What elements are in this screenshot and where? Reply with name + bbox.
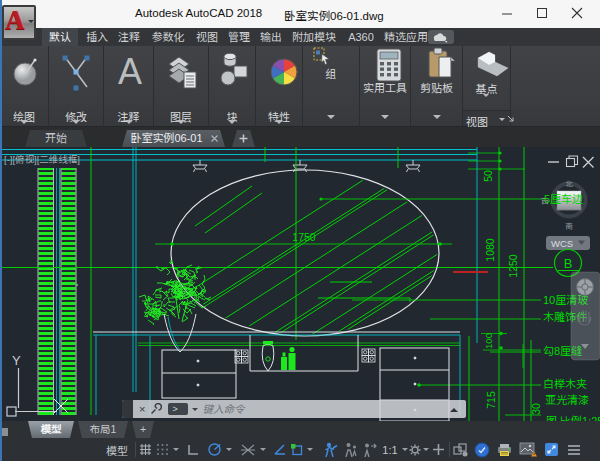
ribbon-panel-utilities[interactable]: 实用工具 bbox=[360, 46, 411, 126]
annotation-bevel: 5厘车边 bbox=[544, 193, 583, 205]
minimize-icon bbox=[501, 7, 513, 19]
status-bar: 模型 1:1 bbox=[0, 438, 600, 461]
file-tab-label: 卧室实例06-01 bbox=[130, 132, 202, 144]
ribbon-tab-0[interactable]: 默认 bbox=[42, 28, 78, 46]
workspace-dropdown-icon[interactable] bbox=[422, 438, 430, 461]
polar-tracking-icon[interactable] bbox=[206, 438, 222, 461]
command-line-bar[interactable]: × > 键入命令 bbox=[122, 400, 466, 418]
application-menu-button[interactable]: A bbox=[2, 5, 36, 40]
ribbon-tab-7[interactable]: 附加模块 bbox=[290, 28, 338, 46]
snap-mode-icon[interactable] bbox=[155, 438, 170, 461]
dim-width: 1750 bbox=[292, 231, 316, 243]
window-maximize-button[interactable] bbox=[527, 0, 557, 26]
file-tab-bar: 开始 卧室实例06-01 bbox=[0, 127, 600, 147]
command-history-dropdown-icon[interactable] bbox=[192, 408, 198, 414]
clean-screen-icon[interactable] bbox=[543, 438, 560, 461]
viewcube-north-label[interactable]: 北 bbox=[565, 180, 573, 189]
wcs-dropdown[interactable]: WCS bbox=[546, 236, 590, 250]
dynamic-input-icon[interactable] bbox=[272, 438, 287, 461]
viewcube[interactable]: 北 南 西 bbox=[541, 180, 585, 231]
ribbon-panel-properties[interactable]: 特性 bbox=[256, 46, 303, 126]
osnap-tracking-dropdown-icon[interactable] bbox=[259, 438, 267, 461]
isolate-objects-icon[interactable] bbox=[452, 438, 469, 461]
hardware-acceleration-icon[interactable] bbox=[473, 438, 490, 461]
dim-30: 30 bbox=[530, 403, 542, 415]
window-close-button[interactable] bbox=[562, 0, 592, 26]
ribbon-panel-view[interactable]: 基点 视图 bbox=[463, 46, 511, 126]
connect-cloud-button[interactable] bbox=[428, 30, 454, 44]
plot-icon[interactable] bbox=[495, 438, 514, 461]
annotation-lacquer: 亚光清漆 bbox=[545, 394, 589, 406]
ribbon-tab-2[interactable]: 注释 bbox=[116, 28, 142, 46]
basepoint-panel-icon bbox=[475, 50, 511, 80]
window-minimize-button[interactable] bbox=[492, 0, 522, 26]
dim-1250: 1250 bbox=[507, 254, 519, 278]
ribbon-panel-layers[interactable]: 图层 bbox=[154, 46, 209, 126]
file-tab-close-icon[interactable] bbox=[211, 135, 218, 142]
ribbon-tab-8[interactable]: A360 bbox=[344, 28, 378, 46]
ribbon-panel-group[interactable]: 组 bbox=[303, 46, 360, 126]
cyan-lines bbox=[96, 147, 477, 415]
dim-1080: 1080 bbox=[484, 238, 496, 262]
polar-dropdown-icon[interactable] bbox=[225, 438, 233, 461]
ribbon-tab-6[interactable]: 输出 bbox=[258, 28, 284, 46]
snap-dropdown-icon[interactable] bbox=[172, 438, 180, 461]
close-icon bbox=[571, 7, 583, 19]
steering-wheel-icon[interactable] bbox=[577, 279, 594, 296]
annotation-scale-value[interactable]: 1:1 bbox=[379, 438, 401, 461]
image-warning-icon[interactable] bbox=[518, 438, 537, 461]
command-input[interactable]: 键入命令 bbox=[202, 400, 450, 418]
layout-tab-model[interactable]: 模型 bbox=[28, 421, 74, 438]
construction-lines bbox=[0, 147, 580, 421]
view-panel-footer[interactable]: 视图 bbox=[463, 110, 510, 126]
grid-display-icon[interactable] bbox=[138, 438, 153, 461]
command-bar-close-icon[interactable]: × bbox=[139, 400, 145, 418]
customize-wrench-icon[interactable] bbox=[149, 403, 162, 416]
workspace-gear-icon[interactable] bbox=[407, 438, 422, 461]
corner-ornaments bbox=[235, 349, 375, 363]
osnap-tracking-icon[interactable] bbox=[239, 438, 257, 461]
ribbon-panel-draw[interactable]: 绘图 bbox=[0, 46, 49, 126]
document-title: 卧室实例06-01.dwg bbox=[284, 7, 384, 23]
file-tab-document[interactable]: 卧室实例06-01 bbox=[122, 130, 225, 147]
annotation-monitor-icon[interactable] bbox=[431, 438, 446, 461]
navigation-bar[interactable] bbox=[571, 272, 600, 360]
command-expand-icon[interactable] bbox=[450, 404, 458, 412]
ribbon-tab-9[interactable]: 精选应用 bbox=[384, 28, 426, 46]
status-model-button[interactable]: 模型 bbox=[102, 438, 132, 461]
draw-panel-icon bbox=[10, 50, 40, 96]
layers-panel-icon bbox=[167, 52, 197, 92]
groups-panel-icon bbox=[313, 47, 331, 65]
new-drawing-tab-button[interactable] bbox=[232, 130, 255, 147]
ribbon-panel-modify[interactable]: 修改 bbox=[49, 46, 104, 126]
ribbon-tab-5[interactable]: 管理 bbox=[226, 28, 252, 46]
command-prompt-button[interactable]: > bbox=[168, 403, 188, 415]
ribbon-tab-4[interactable]: 视图 bbox=[194, 28, 220, 46]
panel-expand-icon bbox=[327, 115, 335, 123]
drawing-canvas[interactable]: 1750 50 1080 1250 100 715 30 Y [-][俯视][二… bbox=[0, 147, 600, 421]
annotation-veneer: 白榉木夹 bbox=[543, 378, 587, 390]
ribbon-panel-clipboard[interactable]: 剪贴板 bbox=[411, 46, 463, 126]
drawing-window-controls bbox=[548, 156, 594, 168]
new-layout-button[interactable]: + bbox=[132, 421, 154, 438]
file-tab-start[interactable]: 开始 bbox=[25, 130, 87, 147]
ribbon-panel-annotate[interactable]: A注释 bbox=[104, 46, 154, 126]
viewport-controls[interactable]: [-][俯视][二维线框] bbox=[4, 154, 80, 165]
object-snap-icon[interactable] bbox=[289, 438, 304, 461]
command-bar-grip[interactable] bbox=[122, 400, 133, 418]
drawing-close-icon[interactable] bbox=[583, 157, 594, 168]
viewcube-south-label[interactable]: 南 bbox=[565, 222, 573, 231]
annotation-visibility-icon[interactable] bbox=[323, 438, 339, 461]
app-title: Autodesk AutoCAD 2018 bbox=[135, 7, 262, 19]
annotation-scale-sync-icon[interactable] bbox=[361, 438, 377, 461]
ribbon-panel-block[interactable]: 块 bbox=[209, 46, 256, 126]
object-snap-dropdown-icon[interactable] bbox=[306, 438, 314, 461]
autoscale-icon[interactable] bbox=[343, 438, 359, 461]
layout-tab-layout1[interactable]: 布局1 bbox=[78, 421, 128, 438]
ortho-mode-icon[interactable] bbox=[186, 438, 201, 461]
ribbon-tab-1[interactable]: 插入 bbox=[84, 28, 110, 46]
panel-launcher-icon bbox=[507, 115, 514, 122]
ribbon-tab-3[interactable]: 参数化 bbox=[148, 28, 188, 46]
customization-menu-icon[interactable] bbox=[565, 438, 582, 461]
drawing-restore-icon[interactable] bbox=[567, 156, 578, 167]
